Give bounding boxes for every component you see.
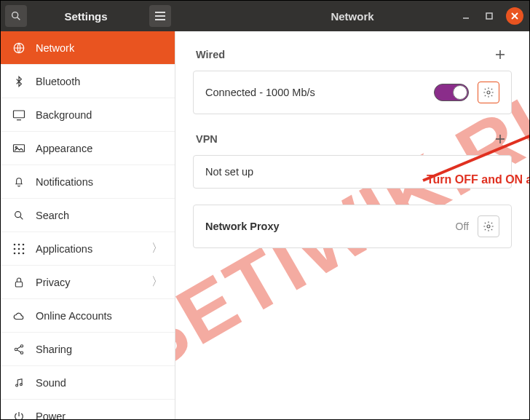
sidebar-item-sharing[interactable]: Sharing [1,333,175,366]
settings-sidebar: Network Bluetooth Background Appearance … [1,31,175,419]
bell-icon [12,175,25,189]
svg-point-23 [18,252,20,254]
svg-line-15 [20,216,23,219]
svg-line-29 [17,346,20,349]
annotation-text: Turn OFF and ON again [427,173,529,186]
svg-rect-25 [15,282,22,287]
wired-connection-row: Connected - 1000 Mb/s [193,71,512,114]
svg-point-21 [23,247,25,250]
svg-point-14 [15,211,21,217]
minimize-icon [462,12,470,20]
title-bar: Settings Network [1,1,529,31]
window-controls [459,7,523,25]
sidebar-item-sound[interactable]: Sound [1,366,175,400]
toggle-knob [453,85,467,100]
gear-icon [483,221,494,232]
menu-icon [154,11,166,21]
svg-point-16 [14,243,16,245]
cloud-icon [12,309,25,322]
svg-point-32 [20,383,22,385]
chevron-right-icon: 〉 [151,241,163,256]
svg-point-24 [23,252,25,254]
svg-point-22 [14,252,16,254]
sidebar-item-label: Power [36,411,163,420]
svg-line-1 [17,17,20,20]
grid-icon [12,242,25,255]
settings-header-right: Network [175,1,529,31]
sidebar-item-online-accounts[interactable]: Online Accounts [1,299,175,333]
page-title: Network [331,10,373,23]
svg-point-18 [23,243,25,245]
svg-point-0 [12,12,18,18]
settings-title: Settings [27,10,145,23]
sidebar-item-privacy[interactable]: Privacy 〉 [1,266,175,299]
sidebar-item-power[interactable]: Power [1,400,175,419]
sidebar-item-label: Notifications [36,176,163,188]
sidebar-item-label: Bluetooth [36,76,163,87]
sidebar-item-label: Background [36,109,163,121]
svg-point-20 [18,247,20,250]
wired-status-text: Connected - 1000 Mb/s [205,87,425,98]
add-wired-button[interactable] [491,46,509,63]
sidebar-item-label: Sound [36,377,163,389]
sidebar-item-appearance[interactable]: Appearance [1,132,175,165]
gear-icon [483,87,494,98]
sidebar-item-bluetooth[interactable]: Bluetooth [1,65,175,98]
plus-icon [495,134,505,144]
sidebar-item-label: Sharing [36,344,163,355]
proxy-title: Network Proxy [205,221,447,232]
sidebar-item-search[interactable]: Search [1,199,175,232]
settings-header-left: Settings [1,1,175,31]
globe-icon [12,41,25,55]
proxy-status: Off [456,221,469,232]
search-icon [10,10,22,22]
svg-rect-10 [14,111,25,118]
proxy-section: Network Proxy Off [193,205,512,248]
wired-toggle[interactable] [434,84,469,101]
monitor-icon [12,108,25,122]
minimize-button[interactable] [459,9,472,23]
sidebar-item-label: Privacy [36,277,141,288]
svg-point-17 [18,243,20,245]
svg-point-38 [487,225,490,228]
search-icon [12,209,25,222]
appearance-icon [12,142,25,155]
svg-point-35 [487,91,490,94]
maximize-icon [486,12,493,20]
vpn-title: VPN [196,133,218,145]
network-panel: SETIWIK.RU Wired Connected - 1000 Mb/s V… [175,31,529,419]
svg-point-19 [14,247,16,250]
hamburger-menu-button[interactable] [149,5,171,27]
lock-icon [12,276,25,289]
share-icon [12,343,25,356]
svg-rect-6 [486,13,492,19]
add-vpn-button[interactable] [491,130,509,148]
bluetooth-icon [12,75,25,88]
music-icon [12,376,25,389]
sidebar-item-applications[interactable]: Applications 〉 [1,232,175,266]
search-button[interactable] [5,5,27,27]
maximize-button[interactable] [483,9,496,23]
wired-title: Wired [196,49,225,60]
chevron-right-icon: 〉 [151,274,163,290]
svg-line-30 [17,349,20,352]
sidebar-item-label: Appearance [36,143,163,154]
close-icon [511,12,518,20]
sidebar-item-label: Applications [36,243,141,255]
proxy-row[interactable]: Network Proxy Off [193,205,512,248]
sidebar-item-network[interactable]: Network [1,31,175,65]
sidebar-item-notifications[interactable]: Notifications [1,165,175,199]
proxy-settings-button[interactable] [478,215,499,237]
svg-point-31 [16,384,18,387]
sidebar-item-background[interactable]: Background [1,98,175,132]
sidebar-item-label: Online Accounts [36,310,163,322]
power-icon [12,410,25,420]
close-button[interactable] [506,7,523,25]
wired-settings-button[interactable] [478,82,499,103]
plus-icon [495,49,505,60]
sidebar-item-label: Search [36,210,163,221]
wired-section: Wired Connected - 1000 Mb/s [193,46,512,114]
sidebar-item-label: Network [36,42,163,54]
